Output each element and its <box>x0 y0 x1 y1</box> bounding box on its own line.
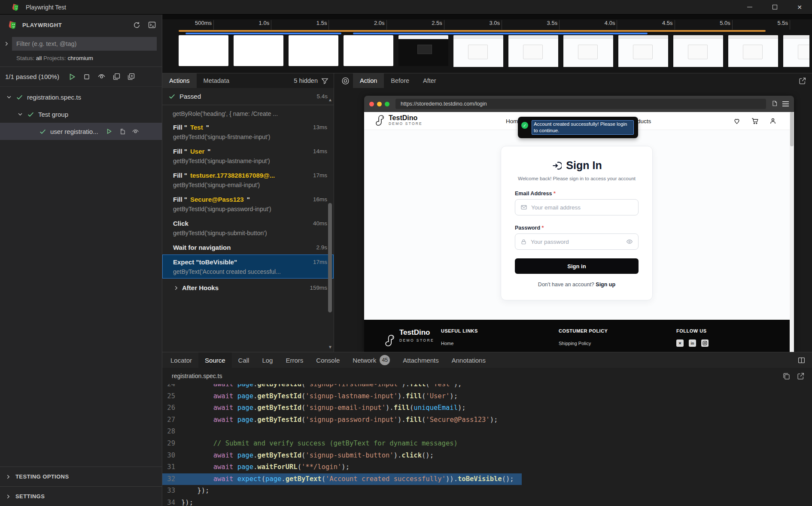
action-item[interactable]: Fill "Test"13msgetByTestId('signup-first… <box>162 120 334 144</box>
account-user-icon[interactable] <box>769 117 777 125</box>
sidebar-test-item[interactable]: registration.spec.ts <box>0 88 162 106</box>
run-all-icon[interactable] <box>68 73 76 81</box>
minimize-button[interactable] <box>737 0 762 14</box>
action-item[interactable]: After Hooks159ms <box>162 279 334 295</box>
signin-submit-button[interactable]: Sign in <box>515 258 639 274</box>
tab-call[interactable]: Call <box>232 352 256 368</box>
tab-attachments[interactable]: Attachments <box>396 352 445 368</box>
tab-before[interactable]: Before <box>384 73 416 88</box>
email-field[interactable] <box>515 199 639 215</box>
sidebar-test-item[interactable]: user registratio... <box>0 123 162 140</box>
stop-icon[interactable] <box>83 73 90 80</box>
open-in-editor-icon[interactable] <box>797 373 804 380</box>
scroll-down-icon[interactable]: ▼ <box>327 345 333 349</box>
action-item[interactable]: Fill "Secure@Pass123"16msgetByTestId('si… <box>162 192 334 216</box>
film-thumbnail[interactable] <box>398 35 448 66</box>
watch-icon[interactable] <box>132 128 139 135</box>
scroll-up-icon[interactable]: ▲ <box>327 97 333 102</box>
sidebar-section-settings[interactable]: SETTINGS <box>0 486 162 506</box>
footer-link[interactable]: Shipping Policy <box>559 341 676 346</box>
tab-network[interactable]: Network45 <box>346 352 396 368</box>
pick-locator-target-icon[interactable] <box>341 77 350 85</box>
projects-value[interactable]: chromium <box>67 55 93 61</box>
maximize-button[interactable] <box>762 0 787 14</box>
film-thumbnail[interactable] <box>563 35 613 67</box>
sidebar-section-testing-options[interactable]: TESTING OPTIONS <box>0 467 162 486</box>
password-input[interactable] <box>531 239 622 245</box>
action-item[interactable]: Click40msgetByTestId('signup-submit-butt… <box>162 216 334 240</box>
code-token: 'signup-submit-button' <box>305 451 393 459</box>
code-token <box>233 416 237 424</box>
footer-brand-name: TestDino <box>399 328 434 337</box>
action-item[interactable]: Fill "testuser.1773828167089@...17msgetB… <box>162 168 334 192</box>
code-token: fill <box>394 404 410 412</box>
footer-link[interactable]: Home <box>441 341 559 346</box>
action-item[interactable]: Fill "User"14msgetByTestId('signup-lastn… <box>162 144 334 168</box>
film-thumbnail[interactable] <box>344 35 393 66</box>
film-thumbnail[interactable] <box>453 35 503 67</box>
wishlist-heart-icon[interactable] <box>733 117 741 125</box>
timeline-tick-label: 4.0s <box>575 20 615 26</box>
sidebar-footer: TESTING OPTIONSSETTINGS <box>0 467 162 506</box>
scrollbar-thumb[interactable] <box>328 203 332 312</box>
actions-scrollbar[interactable]: ▲ ▼ <box>327 91 333 352</box>
timeline-gridline <box>444 20 444 30</box>
open-snapshot-external-icon[interactable] <box>799 77 806 85</box>
action-item[interactable]: Wait for navigation2.9s <box>162 240 334 255</box>
tab-errors[interactable]: Errors <box>279 352 310 368</box>
test-status-row[interactable]: Passed5.4s <box>162 88 334 105</box>
filter-input[interactable] <box>12 37 157 51</box>
action-item[interactable]: Expect "toBeVisible"17msgetByText('Accou… <box>162 255 334 279</box>
instagram-icon[interactable] <box>701 339 709 347</box>
page-scrollbar-thumb[interactable] <box>790 112 794 146</box>
x-icon[interactable]: ✕ <box>676 339 684 347</box>
run-icon[interactable] <box>106 128 113 135</box>
tab-actions[interactable]: Actions <box>162 73 197 88</box>
copy-icon[interactable] <box>119 128 125 135</box>
tab-action[interactable]: Action <box>353 73 384 88</box>
refresh-icon[interactable] <box>133 21 140 29</box>
address-bar[interactable]: https://storedemo.testdino.com/login <box>395 99 766 109</box>
code-token <box>181 451 213 459</box>
sidebar-test-item[interactable]: Test group <box>0 106 162 123</box>
tab-annotations[interactable]: Annotations <box>445 352 492 368</box>
page-scrollbar[interactable] <box>790 112 794 352</box>
tab-source[interactable]: Source <box>198 352 232 368</box>
film-thumbnail[interactable] <box>234 35 283 66</box>
tab-after[interactable]: After <box>416 73 443 88</box>
copy-url-icon[interactable] <box>771 100 777 107</box>
split-view-icon[interactable] <box>798 357 805 364</box>
tab-metadata[interactable]: Metadata <box>197 73 236 88</box>
password-field[interactable] <box>515 233 639 250</box>
line-content: }); <box>181 497 193 506</box>
film-thumbnail[interactable] <box>618 35 668 67</box>
signup-link[interactable]: Sign up <box>596 282 615 288</box>
expand-all-icon[interactable] <box>128 73 135 80</box>
film-thumbnail[interactable] <box>289 35 338 66</box>
terminal-icon[interactable] <box>148 21 156 29</box>
film-thumbnail[interactable] <box>179 35 228 66</box>
watch-mode-icon[interactable] <box>97 73 106 81</box>
cart-icon[interactable] <box>751 117 759 125</box>
timeline[interactable]: 500ms1.0s1.5s2.0s2.5s3.0s3.5s4.0s4.5s5.0… <box>162 15 812 73</box>
collapse-all-icon[interactable] <box>113 73 120 80</box>
tab-locator[interactable]: Locator <box>164 352 198 368</box>
email-input[interactable] <box>531 204 633 211</box>
show-password-eye-icon[interactable] <box>626 238 633 245</box>
browser-menu-icon[interactable] <box>782 101 789 106</box>
film-thumbnail[interactable] <box>728 35 778 67</box>
film-thumbnail[interactable] <box>673 35 723 67</box>
tab-console[interactable]: Console <box>310 352 346 368</box>
code-token: ). <box>386 404 394 412</box>
action-item[interactable]: getByRole('heading', { name: /Create ... <box>162 105 334 120</box>
chevron-right-icon[interactable] <box>3 41 9 47</box>
film-thumbnail[interactable] <box>783 35 809 67</box>
tab-log[interactable]: Log <box>255 352 279 368</box>
hidden-actions-filter[interactable]: 5 hidden <box>294 77 334 85</box>
linkedin-icon[interactable]: in <box>689 339 696 347</box>
close-button[interactable]: ✕ <box>787 0 812 14</box>
status-value[interactable]: all <box>36 55 42 61</box>
film-thumbnail[interactable] <box>508 35 558 67</box>
site-brand[interactable]: TestDino DEMO STORE <box>375 114 423 126</box>
copy-source-icon[interactable] <box>783 373 790 380</box>
